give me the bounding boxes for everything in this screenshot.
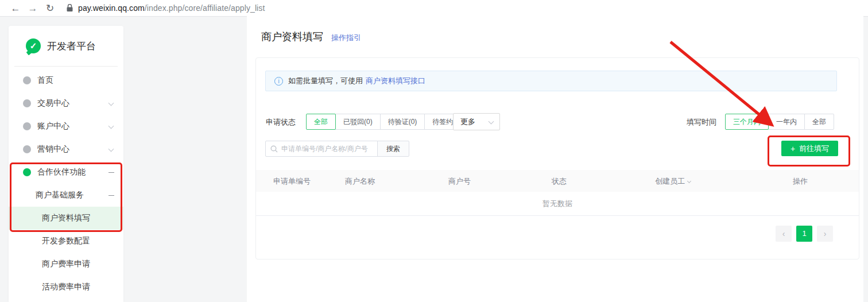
search-input[interactable] xyxy=(281,145,377,153)
status-filter-all[interactable]: 全部 xyxy=(306,114,336,130)
status-filter-row: 申请状态 全部 已驳回(0) 待验证(0) 待签约(0) 更多 填写时间 三个月… xyxy=(256,113,859,130)
col-merchant-id: 商户号 xyxy=(448,176,471,187)
status-filter-group: 全部 已驳回(0) 待验证(0) 待签约(0) xyxy=(306,114,470,130)
status-filter-label: 申请状态 xyxy=(266,117,296,127)
next-page-icon[interactable]: › xyxy=(817,226,833,242)
time-filter-label: 填写时间 xyxy=(687,117,716,127)
plus-icon: + xyxy=(790,145,795,153)
page-header: 商户资料填写 操作指引 xyxy=(261,30,361,44)
chevron-down-icon xyxy=(489,119,494,125)
search-row: 搜索 + 前往填写 xyxy=(256,141,859,157)
browser-toolbar: ← → ↻ pay.weixin.qq.com/index.php/core/a… xyxy=(0,0,868,17)
sidebar-nav: 首页 交易中心 账户中心 营销中心 合作伙伴功能 商户基础服务 商户资料填写 xyxy=(9,67,123,299)
chevron-down-icon xyxy=(108,100,114,106)
sidebar-item-label: 商户费率申请 xyxy=(42,259,90,269)
page-title: 商户资料填写 xyxy=(261,30,323,44)
info-icon: i xyxy=(274,77,283,86)
url-path: /index.php/core/affiliate/apply_list xyxy=(145,3,265,13)
info-banner: i 如需批量填写，可使用 商户资料填写接口 xyxy=(265,71,837,91)
page-number-button[interactable]: 1 xyxy=(796,226,812,242)
sidebar-item-label: 账户中心 xyxy=(37,121,69,131)
menu-dot-icon xyxy=(23,122,31,130)
col-creator-label: 创建员工 xyxy=(655,177,685,185)
time-filter-all[interactable]: 全部 xyxy=(804,114,834,130)
forward-icon[interactable]: → xyxy=(24,3,41,13)
status-filter-rejected[interactable]: 已驳回(0) xyxy=(335,114,381,130)
sidebar-item-label: 营销中心 xyxy=(37,144,69,154)
platform-title: 开发者平台 xyxy=(47,40,96,53)
create-application-button[interactable]: + 前往填写 xyxy=(781,141,838,156)
platform-logo: ✓ 开发者平台 xyxy=(9,26,123,66)
table-empty-state: 暂无数据 xyxy=(256,192,859,216)
sidebar-item-label: 首页 xyxy=(37,75,53,86)
sidebar-item-marketing-center[interactable]: 营销中心 xyxy=(9,138,123,161)
chevron-down-icon xyxy=(108,146,114,152)
sidebar-item-label: 商户资料填写 xyxy=(42,213,90,223)
menu-dot-icon xyxy=(23,76,31,84)
search-button[interactable]: 搜索 xyxy=(377,141,409,157)
status-filter-pending-verify[interactable]: 待验证(0) xyxy=(380,114,425,130)
wechat-logo-icon: ✓ xyxy=(26,38,41,53)
status-more-dropdown[interactable]: 更多 xyxy=(453,113,500,130)
more-dropdown-label: 更多 xyxy=(460,117,475,127)
back-icon[interactable]: ← xyxy=(7,3,24,13)
url-domain: pay.weixin.qq.com xyxy=(78,3,145,13)
sidebar-item-trade-center[interactable]: 交易中心 xyxy=(9,92,123,115)
chevron-down-icon xyxy=(687,179,691,183)
collapse-minus-icon xyxy=(108,172,114,173)
time-filter-3months[interactable]: 三个月内 xyxy=(725,114,769,130)
prev-page-icon[interactable]: ‹ xyxy=(776,226,792,242)
col-status: 状态 xyxy=(552,176,567,187)
main-content: 商户资料填写 操作指引 i 如需批量填写，可使用 商户资料填写接口 申请状态 全… xyxy=(247,16,863,302)
menu-dot-icon xyxy=(23,168,31,176)
chevron-down-icon xyxy=(108,123,114,129)
sidebar-item-merchant-info-fill[interactable]: 商户资料填写 xyxy=(9,207,123,230)
sidebar-item-partner-functions[interactable]: 合作伙伴功能 xyxy=(9,161,123,184)
sidebar-item-label: 活动费率申请 xyxy=(42,282,90,292)
sidebar-item-label: 交易中心 xyxy=(37,98,69,109)
collapse-minus-icon xyxy=(108,195,114,196)
sidebar-item-merchant-rate-apply[interactable]: 商户费率申请 xyxy=(9,253,123,276)
create-button-label: 前往填写 xyxy=(799,144,829,154)
sidebar-item-home[interactable]: 首页 xyxy=(9,69,123,92)
col-creator[interactable]: 创建员工 xyxy=(655,176,691,187)
sidebar-item-label: 商户基础服务 xyxy=(36,190,84,200)
sidebar: ✓ 开发者平台 首页 交易中心 账户中心 营销中心 合作伙伴功能 xyxy=(9,26,123,302)
sidebar-item-account-center[interactable]: 账户中心 xyxy=(9,115,123,138)
address-bar[interactable]: pay.weixin.qq.com/index.php/core/affilia… xyxy=(78,3,265,13)
reload-icon[interactable]: ↻ xyxy=(41,3,59,13)
col-merchant-name: 商户名称 xyxy=(345,176,375,187)
operation-guide-link[interactable]: 操作指引 xyxy=(331,33,361,43)
search-box xyxy=(265,141,378,157)
time-filter-group: 三个月内 一年内 全部 xyxy=(725,114,834,130)
sidebar-item-merchant-basic-services[interactable]: 商户基础服务 xyxy=(9,184,123,207)
batch-api-link[interactable]: 商户资料填写接口 xyxy=(366,76,425,86)
content-card: i 如需批量填写，可使用 商户资料填写接口 申请状态 全部 已驳回(0) 待验证… xyxy=(255,57,859,260)
table-header-row: 申请单编号 商户名称 商户号 状态 创建员工 操作 xyxy=(256,170,859,192)
pagination: ‹ 1 › xyxy=(771,226,833,242)
sidebar-item-label: 开发参数配置 xyxy=(42,236,90,246)
menu-dot-icon xyxy=(23,145,31,153)
search-icon xyxy=(270,145,278,153)
banner-text: 如需批量填写，可使用 xyxy=(288,76,363,86)
sidebar-item-activity-rate-apply[interactable]: 活动费率申请 xyxy=(9,276,123,299)
col-application-id: 申请单编号 xyxy=(273,176,311,187)
sidebar-item-dev-param-config[interactable]: 开发参数配置 xyxy=(9,230,123,253)
lock-icon xyxy=(67,4,73,12)
sidebar-item-label: 合作伙伴功能 xyxy=(37,167,86,177)
menu-dot-icon xyxy=(23,99,31,107)
col-actions: 操作 xyxy=(793,176,808,187)
time-filter-1year[interactable]: 一年内 xyxy=(768,114,805,130)
